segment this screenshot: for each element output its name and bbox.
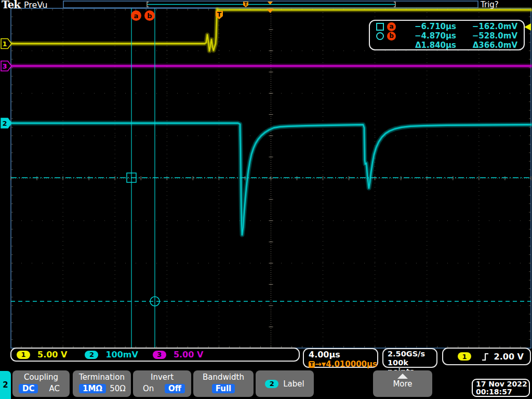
oscilloscope-screen: T132abT Tek PreVu Trig? a −6.710µs −162.… [0, 0, 532, 399]
channel-1-badge: 1 [17, 351, 30, 359]
svg-text:1: 1 [2, 40, 7, 48]
more-button[interactable]: More [373, 370, 432, 397]
more-up-arrow-icon [397, 374, 408, 379]
rising-edge-icon [482, 352, 489, 361]
cursor-b-voltage: −528.0mV [456, 31, 517, 41]
cursor-b-badge: b [387, 32, 396, 41]
svg-text:3: 3 [2, 62, 7, 70]
svg-text:T: T [244, 2, 248, 7]
bandwidth-button[interactable]: Bandwidth Full [193, 370, 254, 397]
acquisition-mode-label: PreVu [24, 0, 47, 10]
acquisition-readout: 2.50GS/s 100k points [382, 348, 437, 368]
trigger-level: 2.00 V [494, 352, 524, 362]
label-channel-badge: 2 [265, 380, 278, 388]
coupling-title: Coupling [12, 373, 70, 382]
invert-title: Invert [133, 373, 191, 382]
waveform-ch1 [11, 9, 217, 51]
sample-rate: 2.50GS/s [388, 350, 436, 358]
trigger-source-badge: 1 [458, 352, 471, 361]
cursor-delta-voltage: Δ366.0mV [456, 41, 517, 50]
cursor-a-square-icon [376, 23, 384, 31]
trigger-status-label: Trig? [481, 0, 499, 9]
termination-1mohm-option[interactable]: 1MΩ [79, 384, 106, 393]
cursor-a-time: −6.710µs [403, 22, 456, 31]
channel-scale-readout: 1 5.00 V 2 100mV 3 5.00 V [10, 348, 300, 362]
channel-2-badge: 2 [85, 351, 98, 359]
more-title: More [393, 379, 412, 389]
bandwidth-title: Bandwidth [193, 373, 254, 382]
trigger-delay-readout: T → ▼ 4.010000µs [309, 360, 377, 369]
trigger-icon: T [309, 361, 315, 368]
trigger-delay-value: 4.010000µs [326, 360, 377, 369]
trigger-readout: 1 2.00 V [442, 348, 531, 365]
time-label: 00:18:57 [476, 388, 529, 396]
cursor-b-circle-icon [376, 32, 384, 40]
coupling-button[interactable]: Coupling DC AC [12, 370, 70, 397]
date-label: 17 Nov 2022 [476, 380, 529, 388]
cursor-a-row: a −6.710µs −162.0mV [376, 22, 517, 31]
invert-button[interactable]: Invert On Off [133, 370, 191, 397]
cursor-b-row: b −4.870µs −528.0mV [376, 31, 517, 41]
channel-2-scale: 100mV [105, 350, 138, 360]
trigger-level-arrow [524, 23, 531, 31]
cursor-a-badge: a [387, 22, 396, 31]
termination-button[interactable]: Termination 1MΩ 50Ω [73, 370, 131, 397]
marker-icon: ▼ [322, 361, 326, 368]
coupling-ac-option[interactable]: AC [46, 384, 63, 393]
bandwidth-full-option[interactable]: Full [212, 384, 235, 393]
cursor-readout-box: a −6.710µs −162.0mV b −4.870µs −528.0mV … [369, 20, 525, 50]
invert-off-option[interactable]: Off [165, 384, 185, 393]
channel-3-badge: 3 [153, 351, 166, 359]
label-title: Label [283, 379, 304, 389]
scope-display: T132abT [0, 0, 532, 399]
cursor-delta-row: Δ1.840µs Δ366.0mV [376, 41, 517, 50]
termination-title: Termination [73, 373, 131, 382]
svg-text:T: T [217, 11, 222, 18]
svg-text:b: b [147, 12, 152, 20]
channel-3-scale: 5.00 V [174, 350, 203, 360]
label-button[interactable]: 2 Label [256, 370, 314, 397]
invert-on-option[interactable]: On [139, 384, 157, 393]
timebase-scale: 4.00µs [309, 350, 377, 360]
cursor-a-voltage: −162.0mV [456, 22, 517, 31]
menu-channel-tab[interactable]: 2 [0, 371, 11, 399]
svg-text:a: a [134, 12, 139, 20]
coupling-dc-option[interactable]: DC [19, 384, 38, 393]
channel-1-scale: 5.00 V [37, 350, 67, 360]
termination-50ohm-option[interactable]: 50Ω [106, 384, 129, 393]
cursor-b-time: −4.870µs [403, 31, 456, 41]
svg-text:2: 2 [2, 119, 7, 127]
arrow-icon: → [315, 360, 322, 369]
cursor-delta-time: Δ1.840µs [403, 41, 456, 50]
tek-logo: Tek [2, 0, 20, 11]
datetime-box: 17 Nov 2022 00:18:57 [472, 379, 530, 397]
timebase-readout: 4.00µs T → ▼ 4.010000µs [303, 348, 378, 368]
